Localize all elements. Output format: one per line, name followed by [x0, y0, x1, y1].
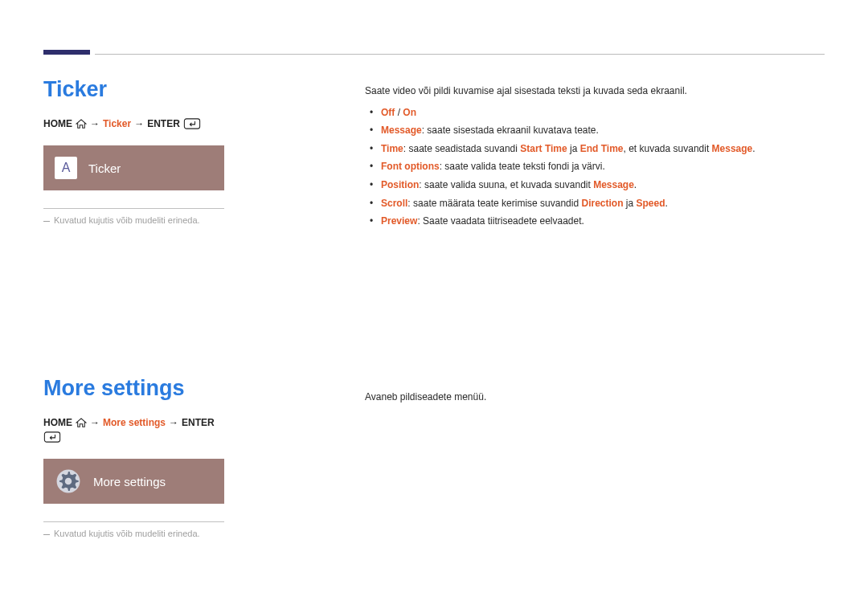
svg-point-3: [65, 478, 72, 485]
bullet-on: On: [403, 107, 416, 118]
section-ticker: Ticker HOME → Ticker → ENTER A Ticker: [43, 77, 224, 225]
bullet-time-lead: Time: [381, 143, 403, 154]
bullet-scroll-speed: Speed: [637, 198, 665, 209]
bullet-pos-lead: Position: [381, 179, 419, 190]
top-accent-bar: [43, 50, 90, 55]
bullet-off-on: Off / On: [365, 105, 825, 121]
bullet-scroll-dot: .: [665, 198, 668, 209]
bullet-time-end: End Time: [580, 143, 624, 154]
bullet-pos-a: : saate valida suuna, et kuvada suvandit: [419, 179, 593, 190]
bullet-time-dot: .: [752, 143, 755, 154]
arrow-1: →: [90, 118, 100, 129]
bullet-scroll: Scroll: saate määrata teate kerimise suv…: [365, 196, 825, 211]
bullet-preview: Preview: Saate vaadata tiitriseadete eel…: [365, 214, 825, 229]
ticker-tile-icon: A: [55, 157, 77, 179]
note-divider-1: [43, 208, 224, 209]
crumb-enter-label-2: ENTER: [182, 417, 215, 428]
more-settings-tile-label: More settings: [93, 475, 166, 488]
bullet-scroll-dir: Direction: [581, 198, 623, 209]
top-divider: [95, 54, 825, 55]
section-title-more: More settings: [43, 376, 224, 401]
crumb-more-label: More settings: [103, 417, 166, 428]
bullet-scroll-mid: ja: [624, 198, 637, 209]
section1-intro: Saate video või pildi kuvamise ajal sise…: [365, 84, 825, 99]
note-ticker: Kuvatud kujutis võib mudeliti erineda.: [43, 216, 224, 225]
section2-intro: Avaneb pildiseadete menüü.: [365, 390, 825, 405]
svg-rect-0: [184, 119, 199, 129]
arrow-3: →: [90, 417, 100, 428]
section-more-settings: More settings HOME → More settings → ENT…: [43, 376, 224, 538]
right-column: Saate video või pildi kuvamise ajal sise…: [365, 84, 825, 404]
breadcrumb-ticker: HOME → Ticker → ENTER: [43, 118, 224, 129]
more-settings-tile: More settings: [43, 459, 224, 504]
section1-bullets: Off / On Message: saate sisestada ekraan…: [365, 105, 825, 229]
bullet-sep: /: [395, 107, 403, 118]
crumb-ticker-label: Ticker: [103, 118, 131, 129]
section1-body: Saate video või pildi kuvamise ajal sise…: [365, 84, 825, 229]
note-divider-2: [43, 521, 224, 522]
bullet-position: Position: saate valida suuna, et kuvada …: [365, 178, 825, 193]
bullet-message-rest: : saate sisestada ekraanil kuvatava teat…: [422, 125, 599, 136]
arrow-4: →: [169, 417, 178, 428]
bullet-time-start: Start Time: [520, 143, 567, 154]
note-more-text: Kuvatud kujutis võib mudeliti erineda.: [54, 529, 200, 538]
bullet-pos-msg: Message: [593, 179, 634, 190]
crumb-enter-label: ENTER: [147, 118, 180, 129]
bullet-preview-rest: : Saate vaadata tiitriseadete eelvaadet.: [417, 215, 583, 227]
bullet-scroll-a: : saate määrata teate kerimise suvandid: [407, 198, 581, 209]
bullet-off: Off: [381, 107, 395, 118]
bullet-font-rest: : saate valida teate teksti fondi ja vär…: [440, 161, 605, 172]
crumb-home-label: HOME: [43, 118, 72, 129]
ticker-tile-label: Ticker: [88, 161, 121, 175]
section-title-ticker: Ticker: [43, 77, 224, 102]
bullet-message: Message: saate sisestada ekraanil kuvata…: [365, 123, 825, 138]
bullet-time-msg: Message: [712, 143, 753, 154]
arrow-2: →: [134, 118, 144, 129]
breadcrumb-more: HOME → More settings → ENTER: [43, 417, 224, 443]
bullet-time-b: , et kuvada suvandit: [624, 143, 712, 154]
bullet-preview-lead: Preview: [381, 215, 417, 227]
bullet-font: Font options: saate valida teate teksti …: [365, 159, 825, 174]
bullet-font-lead: Font options: [381, 161, 440, 172]
bullet-time-a: : saate seadistada suvandi: [403, 143, 520, 154]
bullet-time-mid: ja: [567, 143, 580, 154]
crumb-home-label-2: HOME: [43, 417, 72, 428]
section2-body: Avaneb pildiseadete menüü.: [365, 390, 825, 405]
svg-rect-1: [44, 432, 59, 442]
home-icon: [76, 418, 87, 427]
bullet-scroll-lead: Scroll: [381, 198, 407, 209]
bullet-time: Time: saate seadistada suvandi Start Tim…: [365, 141, 825, 157]
note-more: Kuvatud kujutis võib mudeliti erineda.: [43, 529, 224, 538]
bullet-message-lead: Message: [381, 125, 422, 136]
gear-icon: [55, 468, 82, 495]
left-column: Ticker HOME → Ticker → ENTER A Ticker: [43, 77, 224, 538]
enter-icon: [183, 118, 201, 129]
enter-icon: [43, 431, 61, 443]
ticker-tile: A Ticker: [43, 145, 224, 190]
home-icon: [76, 119, 87, 129]
bullet-pos-dot: .: [634, 179, 637, 190]
note-ticker-text: Kuvatud kujutis võib mudeliti erineda.: [54, 215, 200, 225]
